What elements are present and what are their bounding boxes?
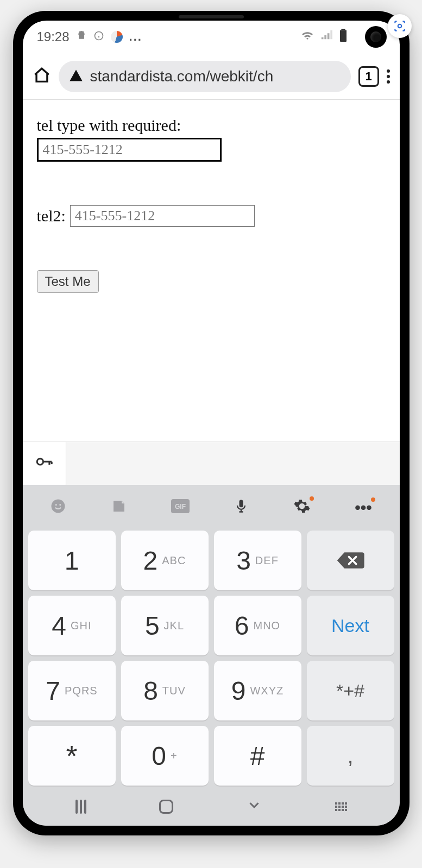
keyboard-more-button[interactable]: ••• bbox=[355, 499, 372, 517]
suggestion-empty bbox=[66, 442, 400, 485]
tab-count: 1 bbox=[365, 69, 371, 84]
key-comma[interactable]: , bbox=[307, 726, 394, 786]
key-icon bbox=[35, 452, 53, 475]
swirl-app-icon bbox=[111, 31, 123, 43]
status-bar: 19:28 ... bbox=[23, 21, 400, 53]
keyboard-settings-button[interactable] bbox=[293, 497, 311, 519]
key-symbols[interactable]: *+# bbox=[307, 661, 394, 720]
screen: 19:28 ... bbox=[23, 21, 400, 826]
key-3[interactable]: 3DEF bbox=[214, 531, 301, 590]
mic-button[interactable] bbox=[234, 497, 249, 519]
tab-switcher-button[interactable]: 1 bbox=[358, 66, 379, 87]
svg-point-0 bbox=[398, 24, 401, 28]
browser-menu-button[interactable] bbox=[387, 69, 390, 84]
key-2[interactable]: 2ABC bbox=[121, 531, 209, 590]
keyboard: GIF ••• 12ABC3DEF4GHI5JKL6MNONext7PQRS8T… bbox=[23, 485, 400, 788]
phone-frame: 19:28 ... bbox=[13, 11, 410, 835]
suggestion-bar bbox=[23, 442, 400, 485]
svg-rect-13 bbox=[240, 500, 243, 507]
battery-icon bbox=[339, 29, 348, 45]
android-icon bbox=[76, 29, 87, 44]
key-1[interactable]: 1 bbox=[28, 531, 116, 590]
svg-text:GIF: GIF bbox=[175, 503, 186, 510]
tel2-input[interactable] bbox=[70, 205, 255, 227]
more-notifications-icon: ... bbox=[129, 30, 142, 44]
keyboard-toolbar: GIF ••• bbox=[28, 490, 394, 525]
sticker-button[interactable] bbox=[111, 498, 127, 518]
keyboard-down-button[interactable] bbox=[246, 797, 262, 817]
browser-toolbar: standardista.com/webkit/ch 1 bbox=[23, 53, 400, 100]
test-me-button[interactable]: Test Me bbox=[37, 270, 99, 293]
signal-icon bbox=[320, 29, 332, 44]
key-backspace[interactable] bbox=[307, 531, 394, 590]
key-4[interactable]: 4GHI bbox=[28, 596, 116, 655]
keyboard-switch-button[interactable] bbox=[335, 802, 347, 811]
home-button[interactable] bbox=[159, 800, 173, 814]
svg-rect-1 bbox=[79, 35, 84, 39]
recents-button[interactable] bbox=[75, 800, 86, 814]
gif-button[interactable]: GIF bbox=[171, 499, 190, 517]
svg-rect-6 bbox=[340, 30, 347, 42]
key-7[interactable]: 7PQRS bbox=[28, 661, 116, 720]
svg-point-9 bbox=[55, 504, 57, 506]
clock: 19:28 bbox=[37, 29, 70, 44]
web-page-content: tel type with required: tel2: Test Me bbox=[23, 100, 400, 442]
key-9[interactable]: 9WXYZ bbox=[214, 661, 301, 720]
password-key-button[interactable] bbox=[23, 442, 66, 485]
key-next[interactable]: Next bbox=[307, 596, 394, 655]
key-5[interactable]: 5JKL bbox=[121, 596, 209, 655]
key-6[interactable]: 6MNO bbox=[214, 596, 301, 655]
tel-required-label: tel type with required: bbox=[37, 116, 386, 135]
home-icon[interactable] bbox=[33, 66, 51, 87]
svg-point-10 bbox=[59, 504, 61, 506]
tel2-label: tel2: bbox=[37, 207, 66, 225]
key-0[interactable]: 0+ bbox=[121, 726, 209, 786]
svg-rect-5 bbox=[341, 29, 345, 30]
key-8[interactable]: 8TUV bbox=[121, 661, 209, 720]
url-bar[interactable]: standardista.com/webkit/ch bbox=[59, 61, 351, 92]
system-nav-bar bbox=[23, 788, 400, 826]
google-lens-button[interactable] bbox=[388, 14, 412, 38]
info-icon bbox=[93, 29, 104, 44]
key-hash[interactable]: # bbox=[214, 726, 301, 786]
emoji-button[interactable] bbox=[50, 498, 66, 518]
key-star[interactable]: * bbox=[28, 726, 116, 786]
wifi-icon bbox=[301, 29, 314, 45]
svg-point-7 bbox=[37, 458, 43, 464]
site-security-warning-icon bbox=[68, 68, 84, 85]
url-text: standardista.com/webkit/ch bbox=[90, 68, 274, 85]
tel-required-input[interactable] bbox=[37, 138, 222, 162]
svg-point-8 bbox=[52, 499, 65, 513]
